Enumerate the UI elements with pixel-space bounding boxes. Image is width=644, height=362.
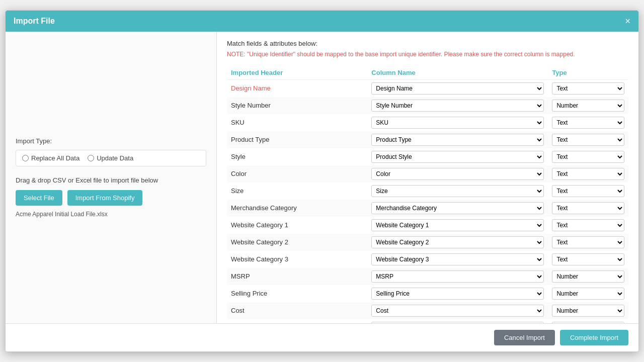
imported-header-cell: Style [227, 148, 367, 165]
type-col: Type [548, 66, 628, 80]
type-select[interactable]: TextNumberDateBoolean [552, 270, 624, 283]
column-name-cell: Design NameStyle NumberSKUProduct TypePr… [367, 148, 548, 165]
column-name-select[interactable]: Design NameStyle NumberSKUProduct TypePr… [371, 288, 544, 300]
import-type-label: Import Type: [16, 137, 206, 145]
update-data-label: Update Data [97, 154, 133, 162]
imported-header-cell: Cost [227, 302, 367, 319]
type-select[interactable]: TextNumberDateBoolean [552, 168, 624, 180]
imported-header-cell: SKU [227, 114, 367, 131]
type-cell: TextNumberDateBoolean [548, 148, 628, 165]
imported-header-cell: Style Number [227, 97, 367, 114]
type-cell: TextNumberDateBoolean [548, 319, 628, 323]
column-name-cell: Design NameStyle NumberSKUProduct TypePr… [367, 183, 548, 200]
close-button[interactable]: × [625, 17, 630, 26]
type-select[interactable]: TextNumberDateBoolean [552, 82, 624, 95]
left-panel: Import Type: Replace All Data Update Dat… [6, 32, 217, 323]
imported-header-col: Imported Header [227, 66, 367, 80]
type-cell: TextNumberDateBoolean [548, 285, 628, 302]
column-name-select[interactable]: Design NameStyle NumberSKUProduct TypePr… [371, 219, 544, 231]
type-select[interactable]: TextNumberDateBoolean [552, 117, 624, 129]
type-select[interactable]: TextNumberDateBoolean [552, 236, 624, 248]
column-name-select[interactable]: Design NameStyle NumberSKUProduct TypePr… [371, 236, 544, 248]
import-shopify-button[interactable]: Import From Shopify [67, 190, 143, 206]
column-name-cell: Design NameStyle NumberSKUProduct TypePr… [367, 79, 548, 97]
type-cell: TextNumberDateBoolean [548, 251, 628, 268]
modal-footer: Cancel Import Complete Import [6, 323, 638, 351]
column-name-select[interactable]: Design NameStyle NumberSKUProduct TypePr… [371, 253, 544, 265]
column-name-cell: Design NameStyle NumberSKUProduct TypePr… [367, 165, 548, 183]
column-name-select[interactable]: Design NameStyle NumberSKUProduct TypePr… [371, 134, 544, 146]
imported-header-cell: Product Type [227, 131, 367, 148]
replace-all-radio-label[interactable]: Replace All Data [22, 154, 79, 162]
type-cell: TextNumberDateBoolean [548, 217, 628, 234]
type-cell: TextNumberDateBoolean [548, 234, 628, 251]
update-data-radio[interactable] [88, 155, 94, 161]
column-name-select[interactable]: Design NameStyle NumberSKUProduct TypePr… [371, 305, 544, 317]
column-name-cell: Design NameStyle NumberSKUProduct TypePr… [367, 217, 548, 234]
drag-drop-text: Drag & drop CSV or Excel file to import … [16, 176, 206, 184]
column-name-cell: Design NameStyle NumberSKUProduct TypePr… [367, 200, 548, 217]
type-cell: TextNumberDateBoolean [548, 97, 628, 114]
update-data-radio-label[interactable]: Update Data [88, 154, 133, 162]
type-select[interactable]: TextNumberDateBoolean [552, 100, 624, 112]
column-name-cell: Design NameStyle NumberSKUProduct TypePr… [367, 302, 548, 319]
imported-header-cell: Color [227, 165, 367, 183]
cancel-import-button[interactable]: Cancel Import [494, 330, 555, 345]
right-panel: Match fields & attributes below: NOTE: "… [217, 32, 638, 323]
imported-header-cell: Size [227, 183, 367, 200]
imported-header-cell: Website Category 2 [227, 234, 367, 251]
type-cell: TextNumberDateBoolean [548, 131, 628, 148]
type-select[interactable]: TextNumberDateBoolean [552, 185, 624, 197]
modal-body: Import Type: Replace All Data Update Dat… [6, 32, 638, 323]
type-cell: TextNumberDateBoolean [548, 183, 628, 200]
imported-header-cell: Best Seller Flag [227, 319, 367, 323]
import-modal: Import File × Import Type: Replace All D… [5, 10, 639, 352]
column-name-select[interactable]: Design NameStyle NumberSKUProduct TypePr… [371, 82, 544, 95]
imported-header-cell: MSRP [227, 268, 367, 285]
type-cell: TextNumberDateBoolean [548, 79, 628, 97]
modal-title: Import File [14, 17, 55, 26]
column-name-cell: Design NameStyle NumberSKUProduct TypePr… [367, 251, 548, 268]
type-select[interactable]: TextNumberDateBoolean [552, 219, 624, 231]
column-name-select[interactable]: Design NameStyle NumberSKUProduct TypePr… [371, 168, 544, 180]
imported-header-cell: Website Category 3 [227, 251, 367, 268]
column-name-select[interactable]: Design NameStyle NumberSKUProduct TypePr… [371, 100, 544, 112]
type-cell: TextNumberDateBoolean [548, 200, 628, 217]
file-name-display: Acme Apparel Initial Load File.xlsx [16, 211, 206, 218]
type-cell: TextNumberDateBoolean [548, 165, 628, 183]
complete-import-button[interactable]: Complete Import [560, 330, 628, 345]
imported-header-cell: Merchandise Category [227, 200, 367, 217]
column-name-select[interactable]: Design NameStyle NumberSKUProduct TypePr… [371, 185, 544, 197]
type-cell: TextNumberDateBoolean [548, 302, 628, 319]
column-name-select[interactable]: Design NameStyle NumberSKUProduct TypePr… [371, 270, 544, 283]
column-name-select[interactable]: Design NameStyle NumberSKUProduct TypePr… [371, 151, 544, 163]
import-type-radio-group: Replace All Data Update Data [16, 150, 206, 166]
type-select[interactable]: TextNumberDateBoolean [552, 202, 624, 214]
column-name-cell: Design NameStyle NumberSKUProduct TypePr… [367, 234, 548, 251]
imported-header-cell: Selling Price [227, 285, 367, 302]
match-fields-title: Match fields & attributes below: [227, 40, 628, 47]
modal-header: Import File × [6, 11, 638, 32]
type-select[interactable]: TextNumberDateBoolean [552, 305, 624, 317]
replace-all-label: Replace All Data [31, 154, 79, 162]
column-name-select[interactable]: Design NameStyle NumberSKUProduct TypePr… [371, 202, 544, 214]
select-file-button[interactable]: Select File [16, 190, 62, 206]
column-name-cell: Design NameStyle NumberSKUProduct TypePr… [367, 268, 548, 285]
replace-all-radio[interactable] [22, 155, 29, 161]
type-select[interactable]: TextNumberDateBoolean [552, 151, 624, 163]
type-cell: TextNumberDateBoolean [548, 268, 628, 285]
column-name-select[interactable]: Design NameStyle NumberSKUProduct TypePr… [371, 117, 544, 129]
imported-header-cell: Website Category 1 [227, 217, 367, 234]
column-name-col: Column Name [367, 66, 548, 80]
column-name-cell: Design NameStyle NumberSKUProduct TypePr… [367, 97, 548, 114]
imported-header-cell: Design Name [227, 79, 367, 97]
column-name-cell: Design NameStyle NumberSKUProduct TypePr… [367, 319, 548, 323]
note-text: NOTE: "Unique Identifier" should be mapp… [227, 50, 628, 59]
type-cell: TextNumberDateBoolean [548, 114, 628, 131]
file-button-row: Select File Import From Shopify [16, 190, 206, 206]
type-select[interactable]: TextNumberDateBoolean [552, 253, 624, 265]
column-name-cell: Design NameStyle NumberSKUProduct TypePr… [367, 285, 548, 302]
type-select[interactable]: TextNumberDateBoolean [552, 134, 624, 146]
column-name-cell: Design NameStyle NumberSKUProduct TypePr… [367, 131, 548, 148]
type-select[interactable]: TextNumberDateBoolean [552, 288, 624, 300]
